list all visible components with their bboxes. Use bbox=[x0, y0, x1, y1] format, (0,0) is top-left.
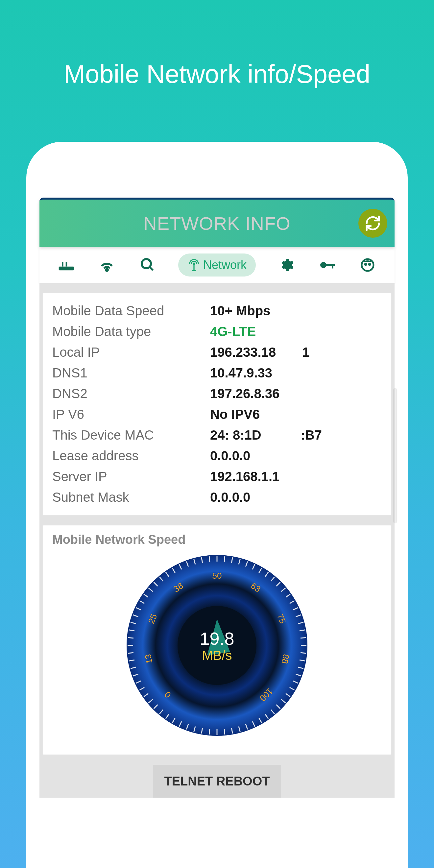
info-label: DNS2 bbox=[52, 386, 210, 401]
speed-gauge: 013253850637588100 19.8 MB/s bbox=[125, 553, 309, 738]
svg-rect-0 bbox=[59, 267, 74, 271]
svg-line-89 bbox=[209, 556, 210, 562]
antenna-icon bbox=[187, 258, 200, 272]
info-row: Lease address0.0.0.0 bbox=[52, 445, 382, 466]
info-label: Mobile Data Speed bbox=[52, 304, 210, 318]
svg-line-5 bbox=[150, 267, 153, 270]
refresh-button[interactable] bbox=[359, 209, 387, 238]
info-row: Server IP192.168.1.1 bbox=[52, 466, 382, 487]
router-icon[interactable] bbox=[57, 255, 76, 275]
svg-line-53 bbox=[224, 729, 224, 735]
face-icon[interactable] bbox=[358, 255, 377, 275]
svg-line-35 bbox=[301, 638, 306, 638]
info-label: Subnet Mask bbox=[52, 490, 210, 505]
svg-line-73 bbox=[128, 638, 133, 638]
svg-rect-10 bbox=[326, 264, 335, 266]
info-value: 196.233.181 bbox=[210, 345, 309, 360]
info-label: This Device MAC bbox=[52, 428, 210, 442]
network-info-card: Mobile Data Speed10+ MbpsMobile Data typ… bbox=[43, 293, 391, 515]
info-value: 4G-LTE bbox=[210, 324, 256, 339]
info-value: 197.26.8.36 bbox=[210, 386, 279, 401]
info-label: DNS1 bbox=[52, 366, 210, 380]
key-icon[interactable] bbox=[317, 255, 337, 275]
svg-text:50: 50 bbox=[212, 571, 222, 581]
svg-line-37 bbox=[301, 653, 306, 653]
info-label: Mobile Data type bbox=[52, 324, 210, 339]
info-row: DNS2197.26.8.36 bbox=[52, 383, 382, 404]
svg-point-9 bbox=[320, 262, 327, 268]
gauge-title: Mobile Network Speed bbox=[52, 533, 382, 547]
svg-point-4 bbox=[142, 259, 151, 268]
refresh-icon bbox=[365, 215, 381, 231]
telnet-reboot-label: TELNET REBOOT bbox=[164, 774, 270, 788]
info-row: Mobile Data type4G-LTE bbox=[52, 321, 382, 342]
info-value: 192.168.1.1 bbox=[210, 469, 279, 484]
info-row: This Device MAC24: 8:1D:B7 bbox=[52, 425, 382, 445]
info-value: 0.0.0.0 bbox=[210, 490, 250, 505]
info-row: Mobile Data Speed10+ Mbps bbox=[52, 301, 382, 321]
svg-point-14 bbox=[369, 264, 370, 265]
app-header: NETWORK INFO bbox=[39, 197, 395, 247]
svg-line-71 bbox=[128, 653, 133, 653]
svg-text:13: 13 bbox=[143, 653, 154, 664]
scroll-indicator[interactable] bbox=[393, 388, 397, 523]
info-row: Local IP196.233.181 bbox=[52, 342, 382, 363]
phone-frame: NETWORK INFO Network bbox=[26, 142, 408, 868]
gear-icon[interactable] bbox=[277, 255, 296, 275]
info-label: Server IP bbox=[52, 469, 210, 484]
page-title: Mobile Network info/Speed bbox=[64, 59, 370, 89]
search-icon[interactable] bbox=[138, 255, 157, 275]
info-value: 24: 8:1D:B7 bbox=[210, 428, 322, 442]
app-header-title: NETWORK INFO bbox=[143, 213, 291, 234]
wifi-icon[interactable] bbox=[97, 255, 117, 275]
info-label: IP V6 bbox=[52, 407, 210, 422]
info-label: Local IP bbox=[52, 345, 210, 360]
info-row: Subnet Mask0.0.0.0 bbox=[52, 487, 382, 508]
tab-network-label: Network bbox=[203, 258, 247, 272]
telnet-reboot-button[interactable]: TELNET REBOOT bbox=[153, 765, 281, 798]
info-row: DNS110.47.9.33 bbox=[52, 363, 382, 383]
info-label: Lease address bbox=[52, 448, 210, 463]
svg-line-19 bbox=[224, 556, 224, 562]
speed-gauge-card: Mobile Network Speed bbox=[43, 525, 391, 755]
info-value: 10+ Mbps bbox=[210, 304, 270, 318]
svg-rect-11 bbox=[332, 264, 333, 269]
svg-point-3 bbox=[106, 269, 108, 271]
info-value: No IPV6 bbox=[210, 407, 260, 422]
info-value: 0.0.0.0 bbox=[210, 448, 250, 463]
svg-point-13 bbox=[365, 264, 366, 265]
svg-line-55 bbox=[209, 729, 210, 735]
tab-bar: Network bbox=[39, 247, 395, 283]
content-area: Mobile Data Speed10+ MbpsMobile Data typ… bbox=[39, 283, 395, 798]
info-value: 10.47.9.33 bbox=[210, 366, 272, 380]
info-row: IP V6No IPV6 bbox=[52, 404, 382, 425]
svg-text:88: 88 bbox=[280, 653, 291, 664]
tab-network[interactable]: Network bbox=[178, 253, 256, 277]
